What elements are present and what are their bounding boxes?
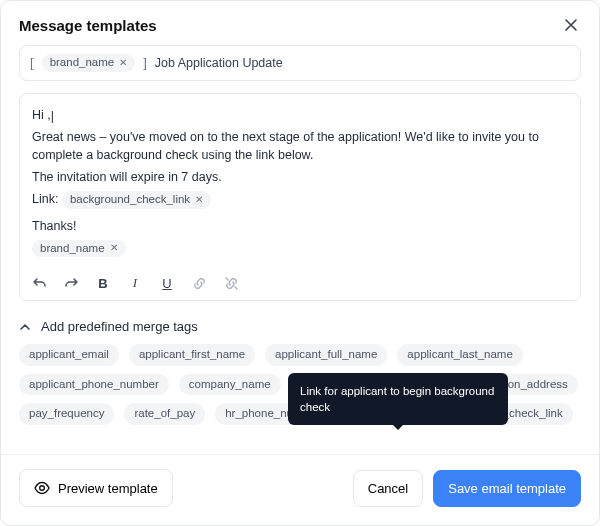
- merge-tag-applicant_email[interactable]: applicant_email: [19, 344, 119, 366]
- save-email-template-button[interactable]: Save email template: [433, 470, 581, 507]
- merge-tag-tooltip: Link for applicant to begin background c…: [288, 373, 508, 425]
- body-thanks: Thanks!: [32, 217, 568, 235]
- remove-chip-icon[interactable]: ✕: [119, 58, 127, 68]
- body-link-chip[interactable]: background_check_link ✕: [62, 191, 211, 209]
- cancel-button[interactable]: Cancel: [353, 470, 423, 507]
- tooltip-text: Link for applicant to begin background c…: [300, 385, 494, 413]
- chip-label: background_check_link: [70, 194, 190, 206]
- redo-icon: [64, 276, 79, 290]
- merge-tags-title: Add predefined merge tags: [41, 319, 198, 334]
- merge-tag-company_name[interactable]: company_name: [179, 374, 281, 396]
- eye-icon: [34, 480, 50, 496]
- save-label: Save email template: [448, 481, 566, 496]
- link-button[interactable]: [190, 274, 208, 292]
- close-button[interactable]: [561, 15, 581, 35]
- link-icon: [192, 276, 207, 291]
- bracket-close: ]: [143, 55, 147, 70]
- unlink-button[interactable]: [222, 274, 240, 292]
- remove-chip-icon[interactable]: ✕: [195, 195, 203, 205]
- italic-button[interactable]: I: [126, 274, 144, 292]
- chip-label: brand_name: [40, 243, 105, 255]
- bracket-open: [: [30, 55, 34, 70]
- modal-header: Message templates: [1, 1, 599, 45]
- subject-input[interactable]: [ brand_name ✕ ] Job Application Update: [19, 45, 581, 81]
- remove-chip-icon[interactable]: ✕: [110, 243, 118, 253]
- preview-template-button[interactable]: Preview template: [19, 469, 173, 507]
- merge-tag-applicant_phone_number[interactable]: applicant_phone_number: [19, 374, 169, 396]
- merge-tag-pay_frequency[interactable]: pay_frequency: [19, 403, 114, 425]
- modal-title: Message templates: [19, 17, 157, 34]
- undo-icon: [32, 276, 47, 290]
- svg-point-0: [40, 486, 45, 491]
- editor-toolbar: B I U: [20, 265, 580, 300]
- chip-label: brand_name: [50, 57, 115, 69]
- body-signoff-chip[interactable]: brand_name ✕: [32, 240, 126, 258]
- merge-tag-applicant_first_name[interactable]: applicant_first_name: [129, 344, 255, 366]
- body-line-1: Great news – you've moved on to the next…: [32, 128, 568, 164]
- merge-tag-applicant_last_name[interactable]: applicant_last_name: [397, 344, 523, 366]
- body-greeting: Hi ,: [32, 108, 51, 122]
- subject-merge-chip[interactable]: brand_name ✕: [42, 54, 136, 72]
- modal-footer: Preview template Cancel Save email templ…: [1, 454, 599, 525]
- close-icon: [564, 18, 578, 32]
- body-line-2: The invitation will expire in 7 days.: [32, 168, 568, 186]
- underline-button[interactable]: U: [158, 274, 176, 292]
- merge-tag-rate_of_pay[interactable]: rate_of_pay: [124, 403, 205, 425]
- body-editor-container: Hi ,| Great news – you've moved on to th…: [19, 93, 581, 302]
- text-cursor: |: [51, 109, 54, 123]
- message-templates-modal: Message templates [ brand_name ✕ ] Job A…: [0, 0, 600, 526]
- subject-text: Job Application Update: [155, 56, 283, 70]
- preview-label: Preview template: [58, 481, 158, 496]
- merge-tag-applicant_full_name[interactable]: applicant_full_name: [265, 344, 387, 366]
- redo-button[interactable]: [62, 274, 80, 292]
- body-editor[interactable]: Hi ,| Great news – you've moved on to th…: [20, 94, 580, 266]
- chevron-up-icon: [19, 321, 31, 333]
- cancel-label: Cancel: [368, 481, 408, 496]
- merge-tags-toggle[interactable]: Add predefined merge tags: [19, 319, 581, 334]
- body-link-label: Link:: [32, 192, 58, 206]
- undo-button[interactable]: [30, 274, 48, 292]
- unlink-icon: [224, 276, 239, 291]
- bold-button[interactable]: B: [94, 274, 112, 292]
